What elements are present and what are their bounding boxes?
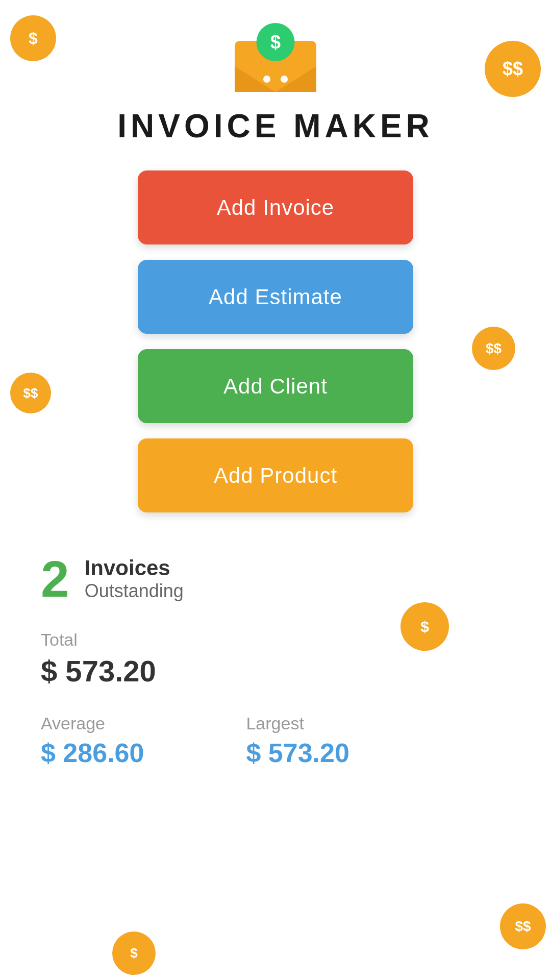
coin-symbol-stats-right: $ [420,618,429,635]
coin-badge-stats-right: $ [400,602,449,651]
add-product-button[interactable]: Add Product [138,438,413,512]
outstanding-label-text: Outstanding [85,580,184,602]
page-container: $ $$ $$ $$ $ $$ $ $ IN [0,0,551,980]
largest-stat: Largest $ 573.20 [246,714,349,768]
outstanding-row: 2 Invoices Outstanding [41,553,510,604]
outstanding-label-invoices: Invoices [85,556,184,580]
coin-badge-top-left: $ [10,15,56,61]
envelope-dot-right [281,76,288,83]
envelope-dots [263,76,288,83]
coin-symbol-mid-left: $$ [23,385,38,401]
bottom-stats-row: Average $ 286.60 Largest $ 573.20 [41,714,510,768]
add-invoice-button[interactable]: Add Invoice [138,170,413,244]
dollar-symbol: $ [270,32,281,53]
app-title: INVOICE MAKER [117,107,434,145]
average-label: Average [41,714,144,733]
largest-label: Largest [246,714,349,733]
coin-badge-top-right: $$ [485,41,541,97]
coin-symbol-top-left: $ [29,29,38,48]
coin-symbol-top-right: $$ [503,58,523,80]
envelope-icon: $ [235,26,316,92]
coin-symbol-bottom-right: $$ [515,918,531,935]
outstanding-count: 2 [41,553,69,604]
coin-badge-bottom-right: $$ [500,903,546,949]
average-value: $ 286.60 [41,738,144,768]
coin-symbol-bottom-left: $ [130,945,137,961]
average-stat: Average $ 286.60 [41,714,144,768]
total-value: $ 573.20 [41,654,510,688]
coin-badge-bottom-left: $ [112,932,156,975]
envelope-dot-left [263,76,270,83]
largest-value: $ 573.20 [246,738,349,768]
add-estimate-button[interactable]: Add Estimate [138,260,413,334]
stats-section: 2 Invoices Outstanding Total $ 573.20 Av… [0,553,551,768]
dollar-circle-icon: $ [257,23,295,61]
coin-badge-mid-right: $$ [472,327,515,370]
coin-symbol-mid-right: $$ [486,340,502,357]
outstanding-labels: Invoices Outstanding [85,556,184,602]
buttons-section: Add Invoice Add Estimate Add Client Add … [0,170,551,512]
coin-badge-mid-left: $$ [10,373,51,413]
header-section: $ INVOICE MAKER [117,26,434,170]
add-client-button[interactable]: Add Client [138,349,413,423]
